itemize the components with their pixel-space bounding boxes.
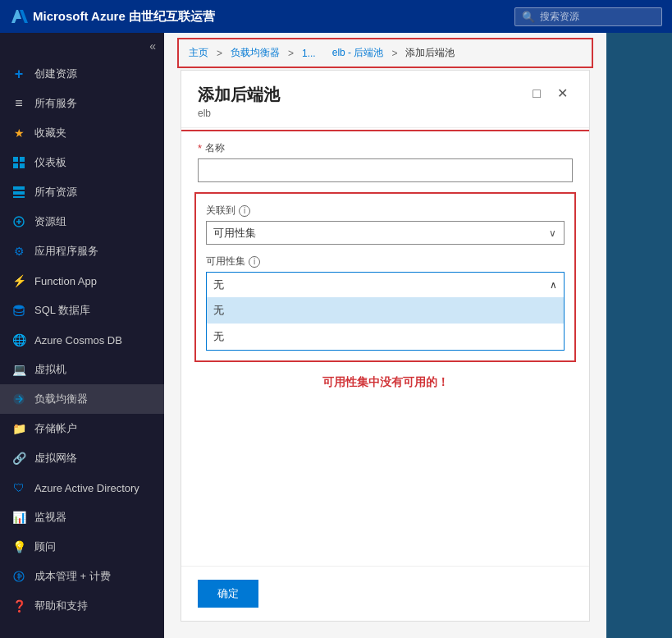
svg-rect-4 [20, 163, 25, 168]
confirm-button[interactable]: 确定 [198, 580, 258, 608]
sidebar-item-app-services[interactable]: ⚙ 应用程序服务 [0, 236, 164, 266]
content-area: 主页 > 负载均衡器 > 1... elb - 后端池 > 添加后端池 添加后端… [164, 33, 606, 638]
sidebar-item-create[interactable]: + 创建资源 [0, 59, 164, 89]
warning-message: 可用性集中没有可用的！ [198, 375, 573, 390]
panel-actions: □ ✕ [528, 84, 573, 103]
sidebar-item-monitor[interactable]: 📊 监视器 [0, 503, 164, 532]
avail-dropdown-open-wrapper: 无 ∧ 无 无 [206, 272, 565, 351]
name-field-group: * 名称 [198, 141, 573, 182]
sidebar-item-support[interactable]: ❓ 帮助和支持 [0, 591, 164, 621]
assoc-avail-section: 关联到 i 可用性集 可用性集 i [198, 195, 573, 359]
all-resources-icon [11, 185, 26, 200]
cosmos-db-icon: 🌐 [11, 333, 26, 347]
sidebar-item-dashboard[interactable]: 仪表板 [0, 148, 164, 177]
breadcrumb-home[interactable]: 主页 [189, 46, 208, 60]
resource-groups-icon [11, 214, 26, 229]
avail-option-none-2[interactable]: 无 [207, 324, 564, 350]
panel: 添加后端池 elb □ ✕ * 名称 [181, 70, 590, 622]
chevron-up-icon: ∧ [550, 279, 557, 291]
assoc-field-group: 关联到 i 可用性集 [206, 204, 565, 245]
azure-logo-icon [10, 7, 28, 25]
cost-icon [11, 569, 26, 584]
assoc-info-icon[interactable]: i [239, 205, 250, 217]
breadcrumb-sep1: > [217, 48, 222, 59]
svg-point-9 [14, 305, 24, 310]
plus-icon: + [11, 67, 26, 81]
search-icon: 🔍 [522, 11, 535, 23]
panel-footer: 确定 [181, 566, 589, 621]
dashboard-icon [11, 155, 26, 170]
name-required-mark: * [198, 142, 202, 154]
sidebar-item-all-services[interactable]: ≡ 所有服务 [0, 89, 164, 118]
panel-body: * 名称 关联到 i 可用性集 [181, 128, 589, 566]
main-layout: « + 创建资源 ≡ 所有服务 ★ 收藏夹 仪表板 所有资源 [0, 33, 672, 638]
breadcrumb-backend-pool[interactable]: elb - 后端池 [332, 46, 384, 60]
top-bar: Microsoft Azure 由世纪互联运营 🔍 [0, 0, 672, 33]
vnet-icon: 🔗 [11, 451, 26, 466]
sidebar-item-all-resources[interactable]: 所有资源 [0, 177, 164, 207]
assoc-dropdown-wrapper: 可用性集 [206, 221, 565, 245]
avail-info-icon[interactable]: i [249, 256, 260, 268]
search-box[interactable]: 🔍 [514, 7, 662, 26]
breadcrumb-sep2: > [288, 48, 294, 59]
panel-header: 添加后端池 elb □ ✕ [181, 71, 589, 128]
assoc-dropdown[interactable]: 可用性集 [206, 221, 565, 245]
breadcrumb-current: 添加后端池 [405, 46, 455, 60]
function-app-icon: ⚡ [11, 273, 26, 288]
advisor-icon: 💡 [11, 539, 26, 554]
app-services-icon: ⚙ [11, 244, 26, 259]
sidebar-item-cosmos-db[interactable]: 🌐 Azure Cosmos DB [0, 325, 164, 355]
svg-rect-1 [13, 157, 18, 162]
avail-option-none-1[interactable]: 无 [207, 297, 564, 324]
sidebar-item-vnet[interactable]: 🔗 虚拟网络 [0, 443, 164, 473]
star-icon: ★ [11, 126, 26, 140]
lb-icon [11, 392, 26, 406]
sidebar-item-cost[interactable]: 成本管理 + 计费 [0, 562, 164, 591]
panel-title-group: 添加后端池 elb [198, 84, 280, 119]
assoc-label: 关联到 i [206, 204, 565, 218]
sidebar-item-advisor[interactable]: 💡 顾问 [0, 532, 164, 562]
svg-rect-2 [20, 157, 25, 162]
sidebar-item-vm[interactable]: 💻 虚拟机 [0, 355, 164, 384]
svg-rect-6 [13, 191, 25, 195]
close-button[interactable]: ✕ [552, 84, 573, 103]
svg-rect-5 [13, 186, 25, 190]
sidebar-item-function-app[interactable]: ⚡ Function App [0, 266, 164, 296]
avail-label: 可用性集 i [206, 255, 565, 269]
sidebar: « + 创建资源 ≡ 所有服务 ★ 收藏夹 仪表板 所有资源 [0, 33, 164, 638]
monitor-icon: 📊 [11, 510, 26, 525]
sidebar-collapse-btn[interactable]: « [0, 33, 164, 59]
aad-icon: 🛡 [11, 480, 26, 495]
sidebar-item-resource-groups[interactable]: 资源组 [0, 207, 164, 236]
right-sidebar [606, 33, 672, 638]
breadcrumb-sep4: > [391, 48, 397, 59]
sidebar-item-aad[interactable]: 🛡 Azure Active Directory [0, 473, 164, 503]
svg-rect-3 [13, 163, 18, 168]
sidebar-item-sql-db[interactable]: SQL 数据库 [0, 296, 164, 325]
sidebar-item-lb[interactable]: 负载均衡器 [0, 384, 164, 414]
name-label: * 名称 [198, 141, 573, 155]
app-logo: Microsoft Azure 由世纪互联运营 [10, 7, 514, 25]
avail-dropdown-options: 无 无 [206, 297, 565, 351]
sidebar-item-favorites[interactable]: ★ 收藏夹 [0, 118, 164, 148]
storage-icon: 📁 [11, 421, 26, 436]
panel-title: 添加后端池 [198, 84, 280, 106]
support-icon: ❓ [11, 599, 26, 613]
resize-button[interactable]: □ [528, 85, 546, 103]
sidebar-item-storage[interactable]: 📁 存储帐户 [0, 414, 164, 443]
vm-icon: 💻 [11, 362, 26, 377]
breadcrumb: 主页 > 负载均衡器 > 1... elb - 后端池 > 添加后端池 [181, 41, 590, 65]
avail-set-group: 可用性集 i 无 ∧ 无 无 [206, 255, 565, 351]
menu-icon: ≡ [11, 96, 26, 111]
breadcrumb-elb[interactable]: 1... [302, 48, 316, 59]
avail-dropdown-header[interactable]: 无 ∧ [206, 272, 565, 297]
name-input[interactable] [198, 158, 573, 182]
sql-db-icon [11, 303, 26, 318]
svg-rect-7 [13, 196, 25, 198]
breadcrumb-lb[interactable]: 负载均衡器 [231, 46, 280, 60]
search-input[interactable] [540, 11, 655, 22]
panel-subtitle: elb [198, 108, 280, 119]
